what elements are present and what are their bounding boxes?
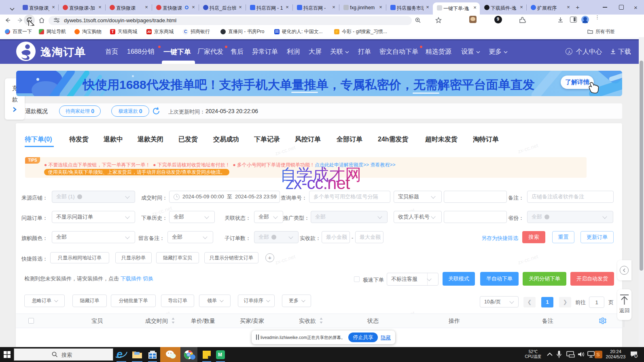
svg-text:1: 1	[635, 355, 637, 358]
